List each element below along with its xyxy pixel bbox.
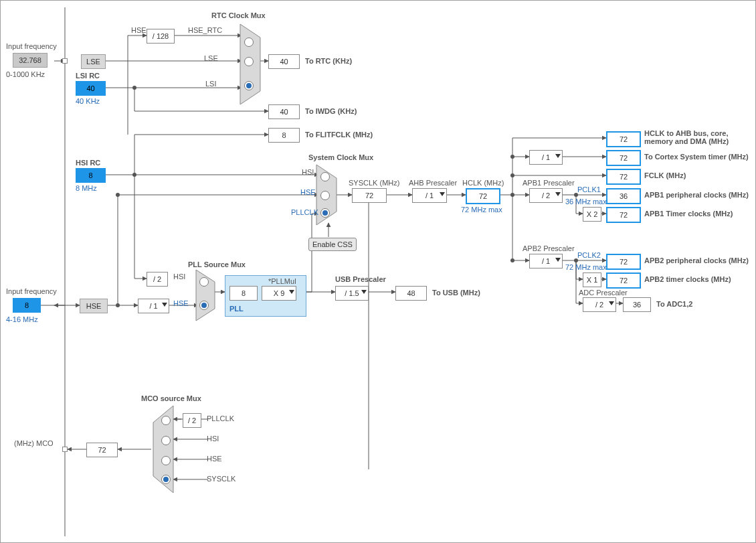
pll-src-hsi-label: HSI: [173, 273, 185, 281]
lse-pin: [62, 58, 68, 64]
mco-sysclk-radio[interactable]: [161, 475, 171, 484]
hclk-value: 72: [466, 188, 500, 204]
hse-rtc-label: HSE_RTC: [188, 26, 222, 34]
iwdg-label: To IWDG (KHz): [305, 107, 357, 115]
apb2-tim-label: APB2 timer clocks (MHz): [644, 275, 731, 283]
adc-prescaler-title: ADC Prescaler: [579, 289, 628, 297]
lsi-rc-label: LSI RC: [76, 72, 100, 80]
apb1-periph-value: 36: [606, 188, 641, 204]
cortex-out-label: To Cortex System timer (MHz): [644, 153, 749, 161]
sys-pllclk-radio[interactable]: [320, 208, 330, 218]
hse-source: HSE: [80, 299, 108, 313]
usb-prescaler-select[interactable]: / 1.5: [335, 286, 369, 301]
mco-out-value: 72: [86, 443, 118, 457]
ahb-prescaler-title: AHB Prescaler: [409, 179, 457, 187]
mco-hsi-radio[interactable]: [161, 436, 171, 445]
hclk-out-label: HCLK to AHB bus, core, memory and DMA (M…: [644, 129, 751, 145]
input-freq-top-value: 32.768: [13, 53, 48, 68]
svg-point-5: [510, 193, 514, 197]
pclk2-label: PCLK2: [577, 251, 601, 259]
hclk-out-value: 72: [606, 131, 641, 147]
usb-out-value: 48: [395, 286, 427, 301]
apb1-prescaler-value: / 2: [542, 191, 550, 200]
svg-point-7: [510, 173, 514, 177]
pllmul-select[interactable]: X 9: [262, 286, 296, 301]
chevron-down-icon: [289, 290, 294, 294]
apb2-prescaler-select[interactable]: / 1: [529, 254, 563, 268]
ahb-prescaler-select[interactable]: / 1: [412, 188, 447, 203]
usb-prescaler-title: USB Prescaler: [335, 275, 386, 283]
rtc-mux-lse-radio[interactable]: [244, 57, 254, 66]
chevron-down-icon: [609, 301, 614, 305]
rtc-out-label: To RTC (KHz): [305, 57, 352, 65]
adc-prescaler-select[interactable]: / 2: [583, 297, 616, 312]
rtc-mux-lsi-radio[interactable]: [244, 81, 254, 90]
fclk-out-label: FCLK (MHz): [644, 171, 686, 179]
cortex-div-value: / 1: [542, 153, 550, 161]
pll-title: PLL: [229, 305, 244, 313]
pll-src-hsi-radio[interactable]: [199, 277, 209, 287]
mco-sysclk-label: SYSCLK: [207, 475, 235, 483]
pll-in-value: 8: [229, 286, 258, 301]
usb-prescaler-value: / 1.5: [345, 289, 359, 297]
lse-source: LSE: [81, 54, 106, 69]
sys-hse-radio[interactable]: [320, 191, 330, 200]
chevron-down-icon: [555, 258, 561, 262]
hclk-max-label: 72 MHz max: [461, 206, 502, 214]
adc-out-label: To ADC1,2: [656, 300, 692, 308]
apb1-prescaler-title: APB1 Prescaler: [523, 179, 575, 187]
hsi-unit: 8 MHz: [76, 184, 97, 192]
mco-pin: [62, 447, 68, 452]
pll-src-mux-title: PLL Source Mux: [188, 260, 246, 268]
chevron-down-icon: [361, 290, 367, 294]
apb1-periph-label: APB1 peripheral clocks (MHz): [644, 191, 749, 199]
apb1-prescaler-select[interactable]: / 2: [529, 188, 563, 203]
apb2-prescaler-value: / 1: [542, 257, 550, 265]
lsi-unit: 40 KHz: [76, 97, 100, 105]
sys-mux-title: System Clock Mux: [308, 153, 373, 161]
input-freq-bot-value[interactable]: 8: [13, 298, 41, 313]
enable-css-button[interactable]: Enable CSS: [308, 238, 357, 251]
svg-point-9: [510, 258, 514, 262]
sys-hse-label: HSE: [300, 188, 316, 196]
hsi-value[interactable]: 8: [76, 168, 106, 183]
pll-src-hse-radio[interactable]: [199, 301, 209, 310]
apb2-prescaler-title: APB2 Prescaler: [523, 244, 575, 252]
mco-hse-radio[interactable]: [161, 456, 171, 465]
mco-pllclk-radio[interactable]: [161, 416, 171, 425]
sys-hsi-radio[interactable]: [320, 172, 330, 181]
mco-mux-title: MCO source Mux: [141, 394, 201, 402]
input-freq-top-range: 0-1000 KHz: [6, 70, 45, 78]
apb1-tim-label: APB1 Timer clocks (MHz): [644, 210, 733, 218]
input-freq-bot-range: 4-16 MHz: [6, 315, 38, 323]
hse-prescaler-select[interactable]: / 1: [138, 299, 169, 313]
adc-out-value: 36: [623, 297, 651, 312]
chevron-down-icon: [555, 192, 561, 196]
lsi-value[interactable]: 40: [76, 81, 106, 96]
apb2-periph-label: APB2 peripheral clocks (MHz): [644, 256, 749, 264]
apb2-tim-mul: X 1: [583, 273, 601, 287]
rtc-mux-title: RTC Clock Mux: [211, 11, 266, 19]
hsi-rc-label: HSI RC: [76, 159, 100, 167]
chevron-down-icon: [162, 303, 167, 307]
rtc-lsi-label: LSI: [205, 80, 217, 88]
ahb-prescaler-value: / 1: [426, 191, 434, 200]
flitfclk-label: To FLITFCLK (MHz): [305, 131, 373, 139]
pll-src-hse-label: HSE: [173, 299, 189, 307]
cortex-div-select[interactable]: / 1: [529, 150, 563, 165]
mco-out-label: (MHz) MCO: [14, 439, 54, 447]
mco-pllclk-label: PLLCLK: [207, 414, 234, 422]
mco-hse-label: HSE: [207, 455, 222, 463]
rtc-lse-label: LSE: [204, 54, 218, 62]
adc-prescaler-value: / 2: [595, 301, 603, 309]
sys-pllclk-label: PLLCLK: [291, 208, 318, 216]
chevron-down-icon: [440, 192, 445, 196]
fclk-out-value: 72: [606, 169, 641, 185]
hse-prescaler-value: / 1: [149, 302, 157, 310]
flitfclk-value: 8: [268, 128, 300, 143]
sysclk-label: SYSCLK (MHz): [349, 179, 399, 187]
pclk2-max-label: 72 MHz max: [565, 263, 607, 271]
apb2-tim-value: 72: [606, 273, 641, 289]
hclk-label: HCLK (MHz): [462, 179, 504, 187]
rtc-mux-hse-radio[interactable]: [244, 37, 254, 47]
